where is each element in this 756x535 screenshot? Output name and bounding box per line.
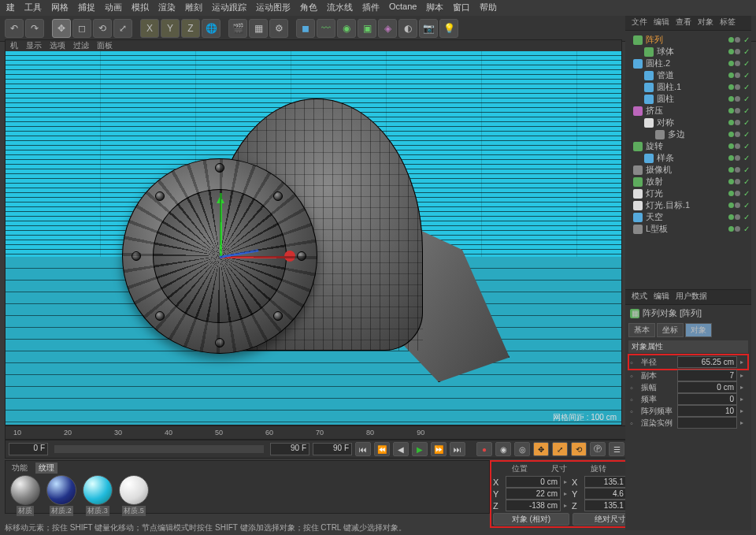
menu-item[interactable]: 角色 bbox=[300, 2, 317, 16]
attr-row[interactable]: ◦阵列频率10▸ bbox=[628, 405, 748, 417]
key-scale-btn[interactable]: ⤢ bbox=[552, 442, 568, 456]
material-manager[interactable]: 功能 纹理 材质 材质.2 材质.3 材质.5 bbox=[5, 460, 490, 514]
move-tool[interactable]: ✥ bbox=[52, 19, 71, 38]
end-frame-input[interactable]: 90 F bbox=[313, 443, 352, 455]
attribute-tabs[interactable]: 模式编辑用户数据 bbox=[625, 289, 751, 305]
tree-item[interactable]: 挤压✓ bbox=[627, 105, 750, 117]
tree-item[interactable]: 阵列✓ bbox=[627, 34, 750, 46]
attr-input[interactable]: 0 bbox=[677, 393, 737, 405]
tree-item[interactable]: 天空✓ bbox=[627, 211, 750, 223]
attr-row[interactable]: ◦振幅0 cm▸ bbox=[628, 381, 748, 393]
select-tool[interactable]: ◻ bbox=[72, 19, 91, 38]
menu-item[interactable]: 插件 bbox=[362, 2, 380, 16]
pos-input[interactable]: 0 cm bbox=[506, 476, 561, 488]
prev-key-btn[interactable]: ⏪ bbox=[374, 442, 390, 456]
key-rot-btn[interactable]: ⟲ bbox=[571, 442, 587, 456]
play-back-btn[interactable]: ◀ bbox=[393, 442, 409, 456]
tree-item[interactable]: L型板✓ bbox=[627, 223, 750, 235]
next-key-btn[interactable]: ⏩ bbox=[431, 442, 447, 456]
pos-input[interactable]: -138 cm bbox=[506, 500, 561, 511]
pos-input[interactable]: 22 cm bbox=[506, 488, 561, 500]
axis-z-toggle[interactable]: Z bbox=[181, 19, 200, 38]
scale-tool[interactable]: ⤢ bbox=[113, 19, 132, 38]
tree-item[interactable]: 球体✓ bbox=[627, 46, 750, 58]
tree-item[interactable]: 旋转✓ bbox=[627, 140, 750, 152]
menu-item[interactable]: 帮助 bbox=[480, 2, 497, 16]
attr-row[interactable]: ◦半径65.25 cm▸ bbox=[628, 354, 749, 370]
menu-item[interactable]: 捕捉 bbox=[78, 2, 95, 16]
tree-item[interactable]: 样条✓ bbox=[627, 152, 750, 164]
tree-item[interactable]: 多边✓ bbox=[627, 128, 750, 140]
attr-input[interactable]: 7 bbox=[677, 370, 737, 381]
material-tabs[interactable]: 功能 纹理 bbox=[7, 463, 487, 474]
key-pla-btn[interactable]: ☰ bbox=[609, 442, 624, 456]
tree-item[interactable]: 圆柱.2✓ bbox=[627, 58, 750, 69]
record-btn[interactable]: ● bbox=[476, 442, 492, 456]
attr-row[interactable]: ◦频率0▸ bbox=[628, 393, 748, 405]
menu-item[interactable]: 窗口 bbox=[453, 2, 470, 16]
menu-item[interactable]: 动画 bbox=[105, 2, 122, 16]
material-item[interactable]: 材质.2 bbox=[46, 475, 76, 516]
play-btn[interactable]: ▶ bbox=[412, 442, 428, 456]
axis-y-toggle[interactable]: Y bbox=[161, 19, 180, 38]
menu-item[interactable]: 雕刻 bbox=[185, 2, 202, 16]
viewport-canvas[interactable]: 网格间距 : 100 cm bbox=[6, 51, 621, 425]
material-item[interactable]: 材质 bbox=[10, 475, 40, 516]
light-tool[interactable]: 💡 bbox=[439, 19, 458, 38]
camera-tool[interactable]: 📷 bbox=[419, 19, 438, 38]
env-tool[interactable]: ◐ bbox=[398, 19, 417, 38]
gizmo-x-axis[interactable] bbox=[220, 256, 291, 258]
attr-input[interactable]: 10 bbox=[677, 405, 737, 417]
tree-item[interactable]: 对称✓ bbox=[627, 117, 750, 128]
menu-item[interactable]: 渲染 bbox=[158, 2, 176, 16]
menu-item[interactable]: 模拟 bbox=[132, 2, 149, 16]
viewport-menu[interactable]: 机显示选项过滤面板 bbox=[6, 40, 621, 51]
perspective-viewport[interactable]: 机显示选项过滤面板 网格间距 : 100 cm bbox=[5, 39, 622, 425]
redo-btn[interactable]: ↷ bbox=[25, 19, 44, 38]
tree-item[interactable]: 摄像机✓ bbox=[627, 164, 750, 176]
menu-item[interactable]: 网格 bbox=[51, 2, 69, 16]
tree-item[interactable]: 放射✓ bbox=[627, 176, 750, 188]
undo-btn[interactable]: ↶ bbox=[5, 19, 24, 38]
goto-start-btn[interactable]: ⏮ bbox=[355, 442, 371, 456]
deformer-tool[interactable]: ◈ bbox=[378, 19, 397, 38]
start-frame-input[interactable]: 0 F bbox=[9, 443, 48, 455]
timeline-track[interactable] bbox=[54, 445, 264, 453]
attr-row[interactable]: ◦渲染实例▸ bbox=[628, 417, 748, 429]
attr-input[interactable]: 0 cm bbox=[677, 381, 737, 393]
key-param-btn[interactable]: Ⓟ bbox=[590, 442, 606, 456]
tree-item[interactable]: 灯光.目标.1✓ bbox=[627, 199, 750, 211]
render-btn[interactable]: 🎬 bbox=[228, 19, 247, 38]
timeline-ruler[interactable]: 102030405060708090 bbox=[5, 425, 638, 440]
object-tree[interactable]: 阵列✓球体✓圆柱.2✓管道✓圆柱.1✓圆柱✓挤压✓对称✓多边✓旋转✓样条✓摄像机… bbox=[625, 31, 751, 242]
array-tool[interactable]: ▣ bbox=[358, 19, 376, 38]
spline-tool[interactable]: 〰 bbox=[317, 19, 335, 38]
key-pos-btn[interactable]: ✥ bbox=[533, 442, 549, 456]
key-opts-btn[interactable]: ◎ bbox=[514, 442, 530, 456]
cube-primitive[interactable]: ◼ bbox=[296, 19, 315, 38]
gizmo-z-axis[interactable] bbox=[220, 249, 259, 258]
attr-subtabs[interactable]: 基本 坐标 对象 bbox=[625, 321, 751, 339]
menu-item[interactable]: 运动跟踪 bbox=[212, 2, 246, 16]
current-frame-input[interactable]: 90 F bbox=[270, 443, 309, 455]
nurbs-tool[interactable]: ◉ bbox=[337, 19, 356, 38]
tree-item[interactable]: 圆柱✓ bbox=[627, 93, 750, 105]
attr-input[interactable]: 65.25 cm bbox=[677, 356, 737, 368]
render-region[interactable]: ▦ bbox=[249, 19, 268, 38]
world-toggle[interactable]: 🌐 bbox=[202, 19, 220, 38]
attr-input[interactable] bbox=[677, 417, 737, 429]
menu-item[interactable]: 工具 bbox=[24, 2, 42, 16]
autokey-btn[interactable]: ◉ bbox=[495, 442, 511, 456]
tree-item[interactable]: 圆柱.1✓ bbox=[627, 81, 750, 93]
menu-item[interactable]: 流水线 bbox=[327, 2, 353, 16]
material-item[interactable]: 材质.5 bbox=[119, 475, 149, 516]
model-ring[interactable] bbox=[122, 158, 317, 354]
rotate-tool[interactable]: ⟲ bbox=[93, 19, 112, 38]
menu-item[interactable]: 脚本 bbox=[426, 2, 443, 16]
tree-item[interactable]: 管道✓ bbox=[627, 69, 750, 81]
menu-item[interactable]: 运动图形 bbox=[256, 2, 291, 16]
object-manager-tabs[interactable]: 文件编辑查看对象标签 bbox=[625, 16, 751, 31]
material-item[interactable]: 材质.3 bbox=[83, 475, 113, 516]
timeline-bar[interactable]: 0 F 90 F 90 F ⏮ ⏪ ◀ ▶ ⏩ ⏭ ● ◉ ◎ ✥ ⤢ ⟲ Ⓟ … bbox=[5, 440, 628, 459]
axis-x-toggle[interactable]: X bbox=[140, 19, 159, 38]
